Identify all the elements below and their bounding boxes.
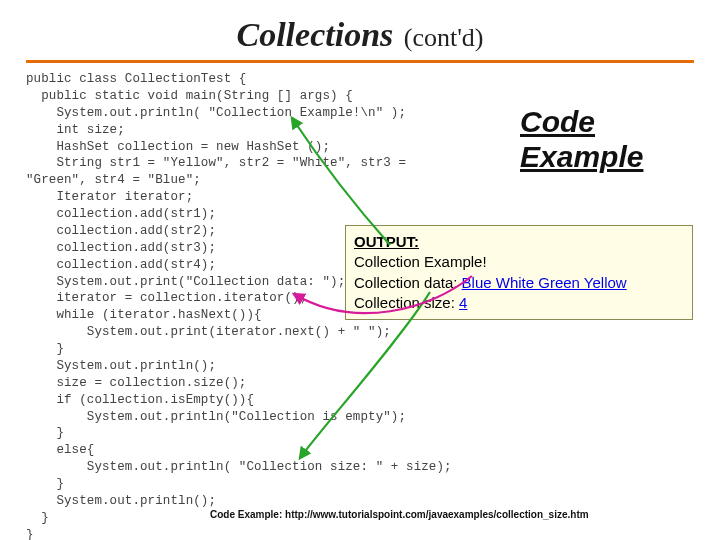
footer-citation: Code Example: http://www.tutorialspoint.…: [210, 509, 589, 520]
title-main: Collections: [236, 16, 393, 53]
output-data-values: Blue White Green Yellow: [462, 274, 627, 291]
output-title: OUTPUT:: [354, 233, 419, 250]
code-example-heading: Code Example: [520, 105, 720, 174]
title-divider: [26, 60, 694, 63]
output-line-3: Collection size: 4: [354, 293, 684, 313]
output-line-1: Collection Example!: [354, 252, 684, 272]
output-size-value: 4: [459, 294, 467, 311]
output-line-2: Collection data: Blue White Green Yellow: [354, 273, 684, 293]
output-box: OUTPUT: Collection Example! Collection d…: [345, 225, 693, 320]
title-sub: (cont'd): [404, 23, 484, 52]
footer-url: http://www.tutorialspoint.com/javaexampl…: [285, 509, 589, 520]
slide-title: Collections (cont'd): [26, 16, 694, 54]
